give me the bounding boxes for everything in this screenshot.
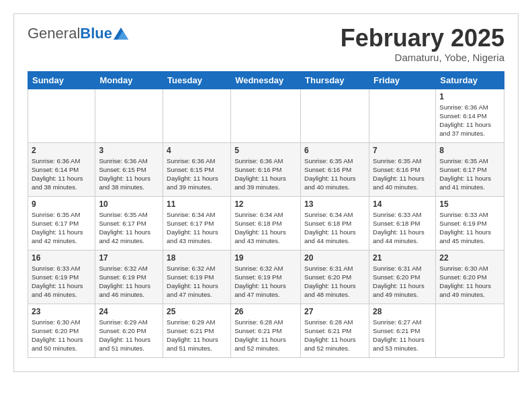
calendar-cell (436, 304, 504, 357)
day-number: 18 (167, 253, 227, 263)
calendar-cell: 11Sunrise: 6:34 AM Sunset: 6:17 PM Dayli… (163, 196, 231, 250)
logo: GeneralBlue (28, 25, 128, 42)
day-info: Sunrise: 6:28 AM Sunset: 6:21 PM Dayligh… (304, 318, 365, 353)
calendar-week-row: 23Sunrise: 6:30 AM Sunset: 6:20 PM Dayli… (28, 304, 504, 357)
location: Damaturu, Yobe, Nigeria (341, 52, 504, 63)
day-info: Sunrise: 6:32 AM Sunset: 6:19 PM Dayligh… (234, 264, 297, 300)
day-info: Sunrise: 6:31 AM Sunset: 6:20 PM Dayligh… (373, 264, 432, 300)
calendar-cell: 22Sunrise: 6:30 AM Sunset: 6:20 PM Dayli… (436, 250, 504, 304)
logo-blue: Blue (80, 25, 112, 42)
day-info: Sunrise: 6:35 AM Sunset: 6:17 PM Dayligh… (99, 210, 159, 246)
calendar-cell: 26Sunrise: 6:28 AM Sunset: 6:21 PM Dayli… (231, 304, 301, 357)
calendar-cell (163, 89, 231, 142)
day-number: 26 (234, 307, 297, 316)
day-info: Sunrise: 6:35 AM Sunset: 6:16 PM Dayligh… (373, 156, 432, 192)
month-title: February 2025 (341, 25, 504, 52)
day-info: Sunrise: 6:30 AM Sunset: 6:20 PM Dayligh… (32, 318, 91, 353)
calendar-cell: 15Sunrise: 6:33 AM Sunset: 6:19 PM Dayli… (436, 196, 504, 250)
day-info: Sunrise: 6:35 AM Sunset: 6:17 PM Dayligh… (439, 156, 500, 192)
day-info: Sunrise: 6:35 AM Sunset: 6:16 PM Dayligh… (304, 156, 365, 192)
day-info: Sunrise: 6:36 AM Sunset: 6:14 PM Dayligh… (32, 156, 91, 192)
calendar-cell (95, 89, 163, 142)
logo-text: GeneralBlue (28, 25, 112, 42)
calendar-cell: 7Sunrise: 6:35 AM Sunset: 6:16 PM Daylig… (369, 142, 436, 196)
calendar-cell: 14Sunrise: 6:33 AM Sunset: 6:18 PM Dayli… (369, 196, 436, 250)
day-number: 13 (304, 199, 365, 209)
calendar-week-row: 9Sunrise: 6:35 AM Sunset: 6:17 PM Daylig… (28, 196, 504, 250)
calendar-cell: 2Sunrise: 6:36 AM Sunset: 6:14 PM Daylig… (28, 142, 95, 196)
calendar-cell: 17Sunrise: 6:32 AM Sunset: 6:19 PM Dayli… (95, 250, 163, 304)
day-info: Sunrise: 6:32 AM Sunset: 6:19 PM Dayligh… (167, 264, 227, 300)
day-info: Sunrise: 6:31 AM Sunset: 6:20 PM Dayligh… (304, 264, 365, 300)
day-number: 5 (234, 146, 297, 155)
calendar-cell (301, 89, 369, 142)
calendar-cell: 24Sunrise: 6:29 AM Sunset: 6:20 PM Dayli… (95, 304, 163, 357)
header: GeneralBlue February 2025 Damaturu, Yobe… (28, 25, 504, 63)
day-number: 10 (99, 199, 159, 209)
day-number: 23 (32, 307, 91, 316)
calendar-cell (369, 89, 436, 142)
calendar-table: SundayMondayTuesdayWednesdayThursdayFrid… (28, 71, 504, 358)
calendar-cell: 6Sunrise: 6:35 AM Sunset: 6:16 PM Daylig… (301, 142, 369, 196)
calendar-cell: 27Sunrise: 6:28 AM Sunset: 6:21 PM Dayli… (301, 304, 369, 357)
calendar-cell: 21Sunrise: 6:31 AM Sunset: 6:20 PM Dayli… (369, 250, 436, 304)
day-info: Sunrise: 6:33 AM Sunset: 6:19 PM Dayligh… (32, 264, 91, 300)
day-info: Sunrise: 6:27 AM Sunset: 6:21 PM Dayligh… (373, 318, 432, 353)
day-number: 22 (439, 253, 500, 263)
calendar-page: GeneralBlue February 2025 Damaturu, Yobe… (13, 13, 519, 372)
day-info: Sunrise: 6:36 AM Sunset: 6:15 PM Dayligh… (167, 156, 227, 192)
title-block: February 2025 Damaturu, Yobe, Nigeria (341, 25, 504, 63)
day-info: Sunrise: 6:33 AM Sunset: 6:19 PM Dayligh… (439, 210, 500, 246)
day-number: 15 (439, 199, 500, 209)
day-info: Sunrise: 6:30 AM Sunset: 6:20 PM Dayligh… (439, 264, 500, 300)
day-number: 14 (373, 199, 432, 209)
calendar-cell: 23Sunrise: 6:30 AM Sunset: 6:20 PM Dayli… (28, 304, 95, 357)
calendar-cell: 19Sunrise: 6:32 AM Sunset: 6:19 PM Dayli… (231, 250, 301, 304)
day-number: 27 (304, 307, 365, 316)
calendar-cell: 16Sunrise: 6:33 AM Sunset: 6:19 PM Dayli… (28, 250, 95, 304)
weekday-header: Monday (95, 71, 163, 89)
day-info: Sunrise: 6:34 AM Sunset: 6:18 PM Dayligh… (304, 210, 365, 246)
day-number: 7 (373, 146, 432, 155)
weekday-header: Friday (369, 71, 436, 89)
weekday-header: Thursday (301, 71, 369, 89)
weekday-header: Sunday (28, 71, 95, 89)
calendar-cell: 28Sunrise: 6:27 AM Sunset: 6:21 PM Dayli… (369, 304, 436, 357)
calendar-cell: 13Sunrise: 6:34 AM Sunset: 6:18 PM Dayli… (301, 196, 369, 250)
day-number: 20 (304, 253, 365, 263)
day-info: Sunrise: 6:35 AM Sunset: 6:17 PM Dayligh… (32, 210, 91, 246)
calendar-cell: 8Sunrise: 6:35 AM Sunset: 6:17 PM Daylig… (436, 142, 504, 196)
weekday-header: Tuesday (163, 71, 231, 89)
calendar-week-row: 16Sunrise: 6:33 AM Sunset: 6:19 PM Dayli… (28, 250, 504, 304)
logo-general: General (28, 25, 80, 42)
calendar-cell (231, 89, 301, 142)
day-info: Sunrise: 6:36 AM Sunset: 6:16 PM Dayligh… (234, 156, 297, 192)
calendar-cell: 9Sunrise: 6:35 AM Sunset: 6:17 PM Daylig… (28, 196, 95, 250)
day-info: Sunrise: 6:36 AM Sunset: 6:14 PM Dayligh… (439, 103, 500, 138)
day-number: 1 (439, 92, 500, 101)
day-number: 16 (32, 253, 91, 263)
calendar-cell (28, 89, 95, 142)
weekday-header: Saturday (436, 71, 504, 89)
day-number: 8 (439, 146, 500, 155)
day-number: 17 (99, 253, 159, 263)
day-number: 4 (167, 146, 227, 155)
day-number: 6 (304, 146, 365, 155)
day-number: 25 (167, 307, 227, 316)
calendar-week-row: 1Sunrise: 6:36 AM Sunset: 6:14 PM Daylig… (28, 89, 504, 142)
day-number: 21 (373, 253, 432, 263)
header-row: SundayMondayTuesdayWednesdayThursdayFrid… (28, 71, 504, 89)
calendar-cell: 4Sunrise: 6:36 AM Sunset: 6:15 PM Daylig… (163, 142, 231, 196)
day-number: 12 (234, 199, 297, 209)
calendar-cell: 25Sunrise: 6:29 AM Sunset: 6:21 PM Dayli… (163, 304, 231, 357)
day-number: 3 (99, 146, 159, 155)
day-info: Sunrise: 6:34 AM Sunset: 6:18 PM Dayligh… (234, 210, 297, 246)
calendar-cell: 3Sunrise: 6:36 AM Sunset: 6:15 PM Daylig… (95, 142, 163, 196)
day-info: Sunrise: 6:33 AM Sunset: 6:18 PM Dayligh… (373, 210, 432, 246)
day-number: 2 (32, 146, 91, 155)
day-number: 28 (373, 307, 432, 316)
day-number: 19 (234, 253, 297, 263)
day-number: 24 (99, 307, 159, 316)
logo-icon (114, 28, 128, 40)
calendar-cell: 18Sunrise: 6:32 AM Sunset: 6:19 PM Dayli… (163, 250, 231, 304)
